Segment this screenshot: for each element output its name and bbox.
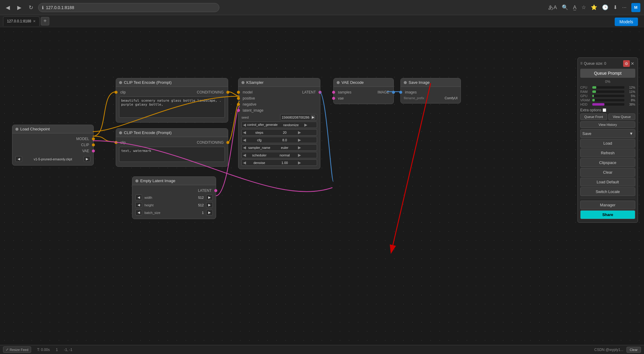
gear-button[interactable]: ⚙ xyxy=(623,60,630,67)
ckpt-prev-btn[interactable]: ◀ xyxy=(15,156,22,162)
downloads-icon[interactable]: ⬇ xyxy=(613,4,617,11)
favorites-icon[interactable]: ☆ xyxy=(581,4,586,11)
scheduler-prev-btn[interactable]: ◀ xyxy=(243,153,246,157)
view-history-button[interactable]: View History xyxy=(580,121,635,128)
batch-prev-btn[interactable]: ◀ xyxy=(135,210,142,215)
clipspace-button[interactable]: Clipspace xyxy=(580,158,635,167)
width-prev-btn[interactable]: ◀ xyxy=(135,195,142,200)
extra-options-checkbox[interactable] xyxy=(603,108,606,112)
load-default-button[interactable]: Load Default xyxy=(580,178,635,186)
status-bar: ⤢ Resize Feed T: 0.00s 1 -1, -1 CSDN @wy… xyxy=(0,345,644,354)
ksampler-latent-dot[interactable] xyxy=(237,109,240,112)
model-port-dot[interactable] xyxy=(92,137,95,140)
latent-out-dot[interactable] xyxy=(214,189,217,192)
clip2-in-dot[interactable] xyxy=(115,141,118,144)
vae-decode-header: VAE Decode xyxy=(334,78,393,87)
images-in-port: images xyxy=(401,89,461,95)
sampler-prev-btn[interactable]: ◀ xyxy=(243,145,246,150)
seed-action-btn[interactable]: ▶ xyxy=(311,115,316,120)
height-row: ◀ height 512 ▶ xyxy=(132,201,216,209)
right-panel: ⠿ Queue size: 0 ⚙ ✕ Queue Prompt 0% CPU … xyxy=(578,57,638,223)
vram-bar xyxy=(592,99,595,101)
width-next-btn[interactable]: ▶ xyxy=(206,195,213,200)
reader-icon[interactable]: A̲ xyxy=(573,4,577,11)
clip2-text-input[interactable]: text, watermark xyxy=(119,147,225,162)
queue-front-button[interactable]: Queue Front xyxy=(580,113,607,120)
ksampler-latent-out-dot[interactable] xyxy=(319,91,322,94)
node-status-dot xyxy=(119,81,122,84)
ksampler-neg-dot[interactable] xyxy=(237,103,240,106)
clip2-out-dot[interactable] xyxy=(226,141,229,144)
clip-port-dot[interactable] xyxy=(92,143,95,146)
forward-button[interactable]: ▶ xyxy=(15,3,24,12)
resize-icon: ⤢ xyxy=(6,348,8,352)
url-bar[interactable]: ℹ 127.0.0.1:8188 xyxy=(38,3,219,12)
models-button[interactable]: Models xyxy=(615,18,638,26)
height-value: 512 xyxy=(198,203,204,207)
ksampler-node: KSampler model LATENT positive negative … xyxy=(238,78,320,169)
hdd-bar xyxy=(592,103,604,106)
status-clear-button[interactable]: Clear xyxy=(626,347,641,353)
save-button[interactable]: Save ▼ xyxy=(580,129,635,138)
vae-port-dot[interactable] xyxy=(92,149,95,152)
new-tab-button[interactable]: + xyxy=(41,17,49,25)
control-next-btn[interactable]: ▶ xyxy=(304,123,307,127)
view-queue-button[interactable]: View Queue xyxy=(608,113,635,120)
switch-locale-button[interactable]: Switch Locale xyxy=(580,187,635,196)
hdd-label: HDD xyxy=(580,103,591,106)
image-out-dot[interactable] xyxy=(392,91,395,94)
samples-in-dot[interactable] xyxy=(332,91,335,94)
reload-button[interactable]: ↻ xyxy=(27,3,35,12)
cfg-next-btn[interactable]: ▶ xyxy=(298,138,301,142)
resize-feed-button[interactable]: ⤢ Resize Feed xyxy=(3,346,31,353)
cpu-stat: CPU 12% xyxy=(580,86,635,89)
control-btn-area: ◀ control_after_generate randomize ▶ xyxy=(241,122,317,128)
width-label: width xyxy=(143,196,197,199)
denoise-label: denoise xyxy=(247,161,271,165)
ksampler-pos-dot[interactable] xyxy=(237,97,240,100)
refresh-button[interactable]: Refresh xyxy=(580,149,635,157)
ckpt-name-value: v1-5-pruned-emaonly.ckpt xyxy=(23,157,83,161)
more-icon[interactable]: ··· xyxy=(622,5,626,11)
height-prev-btn[interactable]: ◀ xyxy=(135,202,142,208)
ckpt-next-btn[interactable]: ▶ xyxy=(84,156,90,162)
node-status-dot xyxy=(241,81,244,84)
manager-button[interactable]: Manager xyxy=(580,201,635,209)
denoise-next-btn[interactable]: ▶ xyxy=(298,160,301,165)
steps-prev-btn[interactable]: ◀ xyxy=(243,130,246,135)
control-prev-btn[interactable]: ◀ xyxy=(243,123,246,127)
batch-next-btn[interactable]: ▶ xyxy=(206,210,213,215)
clip1-in-dot[interactable] xyxy=(115,91,118,94)
vae-in-dot[interactable] xyxy=(332,97,335,100)
height-label: height xyxy=(143,203,197,207)
steps-next-btn[interactable]: ▶ xyxy=(298,130,301,135)
zoom-icon[interactable]: 🔍 xyxy=(562,4,568,11)
share-button[interactable]: Share xyxy=(580,210,635,219)
ksampler-model-dot[interactable] xyxy=(237,91,240,94)
clear-button[interactable]: Clear xyxy=(580,168,635,177)
sampler-next-btn[interactable]: ▶ xyxy=(298,145,301,150)
clip1-text-input[interactable]: beautiful scenery nature glass bottle la… xyxy=(119,97,225,118)
images-in-dot[interactable] xyxy=(399,91,402,94)
active-tab[interactable]: 127.0.0.1:8188 ✕ xyxy=(3,16,40,26)
denoise-prev-btn[interactable]: ◀ xyxy=(243,160,246,165)
load-button[interactable]: Load xyxy=(580,139,635,148)
ksampler-header: KSampler xyxy=(238,78,320,87)
scheduler-next-btn[interactable]: ▶ xyxy=(298,153,301,157)
image-out-label: IMAGE xyxy=(377,90,393,94)
translate-icon[interactable]: あA xyxy=(548,4,557,11)
scheduler-btn-area: ◀ scheduler normal ▶ xyxy=(241,152,317,158)
queue-prompt-button[interactable]: Queue Prompt xyxy=(580,69,635,78)
tab-close-icon[interactable]: ✕ xyxy=(33,19,36,23)
canvas-area[interactable]: Load Checkpoint MODEL CLIP VAE ◀ v1-5-pr… xyxy=(0,27,644,354)
cfg-prev-btn[interactable]: ◀ xyxy=(243,138,246,142)
clip1-out-label: CONDITIONING xyxy=(197,90,228,94)
close-panel-button[interactable]: ✕ xyxy=(630,61,635,66)
history-icon[interactable]: 🕒 xyxy=(602,4,608,11)
back-button[interactable]: ◀ xyxy=(4,3,12,12)
profile-button[interactable]: M xyxy=(631,3,640,12)
history-buttons: View History xyxy=(580,121,635,128)
height-next-btn[interactable]: ▶ xyxy=(206,202,213,208)
clip1-out-dot[interactable] xyxy=(226,91,229,94)
collections-icon[interactable]: ⭐ xyxy=(591,4,597,11)
